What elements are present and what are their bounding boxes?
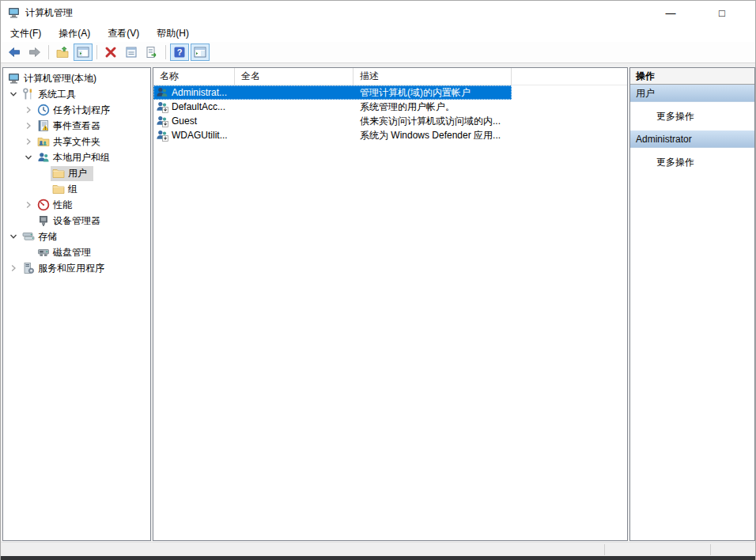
actions-pane: 操作 用户 更多操作 Administrator 更多操作 [629,67,755,541]
toolbar-separator [165,45,166,59]
user-list-panel: 名称 全名 描述 Administrat... 管理计算机(域)的内置帐户 [153,67,628,541]
user-name: DefaultAcc... [172,101,225,112]
more-actions-users[interactable]: 更多操作 [630,102,754,131]
toolbar-separator [96,45,97,59]
actions-section-administrator[interactable]: Administrator [630,131,754,148]
up-one-level-icon[interactable] [53,44,72,61]
tree-item-label: 组 [68,183,77,196]
user-row-guest[interactable]: Guest 供来宾访问计算机或访问域的内... [153,114,512,128]
taskbar-edge [1,556,755,560]
column-header-name[interactable]: 名称 [153,68,235,85]
tree-item-local-users-and-groups[interactable]: 本地用户和组 [3,149,150,165]
folder-icon [52,167,65,180]
user-account-disabled-icon [156,115,168,127]
chevron-right-icon[interactable] [21,135,36,148]
system-tools-icon [22,88,35,100]
delete-icon[interactable] [101,44,120,61]
tree-item-users[interactable]: 用户 [3,165,150,181]
chevron-down-icon[interactable] [6,88,21,100]
user-description: 系统管理的用户帐户。 [353,100,512,114]
performance-icon [37,199,50,211]
tree-item-groups[interactable]: 组 [3,181,150,197]
chevron-placeholder [21,214,36,227]
forward-icon[interactable] [25,44,44,61]
tree-item-device-manager[interactable]: 设备管理器 [3,213,150,229]
page-title: 计算机管理 [25,6,73,20]
user-row-administrator[interactable]: Administrat... 管理计算机(域)的内置帐户 [153,85,512,100]
column-header-description[interactable]: 描述 [353,68,512,85]
more-actions-administrator[interactable]: 更多操作 [630,148,754,176]
tree-item-storage[interactable]: 存储 [3,229,150,244]
chevron-down-icon[interactable] [6,230,21,243]
actions-section-users[interactable]: 用户 [630,85,754,102]
chevron-right-icon[interactable] [21,199,36,211]
menu-bar: 文件(F) 操作(A) 查看(V) 帮助(H) [1,25,755,42]
tree-item-label: 系统工具 [38,88,76,101]
content-area: 计算机管理(本地) 系统工具 任务计划程序 [1,63,755,542]
menu-action[interactable]: 操作(A) [51,25,98,43]
tree-item-system-tools[interactable]: 系统工具 [3,86,150,102]
status-bar-separator [604,544,605,555]
user-name: Administrat... [172,87,227,98]
tree-item-label: 本地用户和组 [53,151,110,165]
event-viewer-icon [37,119,50,132]
computer-icon [8,72,21,85]
tree-item-label: 磁盘管理 [53,246,91,259]
show-console-tree-icon[interactable] [74,44,93,61]
tree-item-computer-management[interactable]: 计算机管理(本地) [3,70,150,86]
tree-item-label: 性能 [53,199,72,212]
status-bar [1,542,755,556]
chevron-placeholder [21,246,36,259]
toolbar: ? [1,42,755,63]
user-row-wdagutilityaccount[interactable]: WDAGUtilit... 系统为 Windows Defender 应用... [153,128,512,142]
chevron-down-icon[interactable] [21,151,36,164]
user-row-defaultaccount[interactable]: DefaultAcc... 系统管理的用户帐户。 [153,100,512,114]
chevron-right-icon[interactable] [21,119,36,132]
user-name: Guest [172,115,197,127]
tree-item-shared-folders[interactable]: 共享文件夹 [3,134,150,149]
user-name: WDAGUtilit... [172,130,228,141]
help-icon[interactable]: ? [170,44,189,61]
menu-help[interactable]: 帮助(H) [149,25,197,43]
tree-item-performance[interactable]: 性能 [3,197,150,213]
console-tree-panel: 计算机管理(本地) 系统工具 任务计划程序 [2,67,151,541]
task-scheduler-icon [37,104,50,116]
status-bar-separator [710,544,711,555]
tree-item-services-and-applications[interactable]: 服务和应用程序 [3,260,150,276]
tree-item-event-viewer[interactable]: 事件查看器 [3,118,150,134]
chevron-right-icon[interactable] [21,104,36,116]
toolbar-separator [48,45,49,59]
tree-item-disk-management[interactable]: 磁盘管理 [3,244,150,260]
tree-item-label: 共享文件夹 [53,135,100,149]
computer-management-window: 计算机管理 — □ 文件(F) 操作(A) 查看(V) 帮助(H) [0,0,756,560]
export-list-icon[interactable] [142,44,161,61]
chevron-right-icon[interactable] [6,262,21,274]
show-action-pane-icon[interactable] [191,44,210,61]
column-header-fullname[interactable]: 全名 [235,68,353,85]
minimize-button[interactable]: — [652,1,689,25]
user-account-disabled-icon [156,100,168,113]
user-description: 系统为 Windows Defender 应用... [353,129,512,142]
menu-file[interactable]: 文件(F) [2,25,49,43]
maximize-button[interactable]: □ [704,1,740,25]
user-account-icon [156,86,168,99]
chevron-placeholder [36,167,51,180]
tree-item-task-scheduler[interactable]: 任务计划程序 [3,102,150,118]
tree-item-label: 用户 [68,167,87,180]
device-manager-icon [37,214,50,227]
menu-view[interactable]: 查看(V) [100,25,147,43]
list-header: 名称 全名 描述 [153,68,627,85]
tree-item-label: 存储 [38,230,57,244]
tree-item-label: 事件查看器 [53,119,100,133]
properties-icon[interactable] [122,44,141,61]
svg-text:?: ? [177,47,183,57]
tree-item-label: 设备管理器 [53,214,100,228]
storage-icon [22,230,35,243]
folder-icon [52,183,65,195]
user-account-disabled-icon [156,129,168,142]
console-tree: 计算机管理(本地) 系统工具 任务计划程序 [3,68,150,276]
tree-item-label: 服务和应用程序 [38,262,104,275]
tree-item-label: 计算机管理(本地) [24,72,96,85]
back-icon[interactable] [5,44,24,61]
shared-folder-icon [37,135,50,148]
